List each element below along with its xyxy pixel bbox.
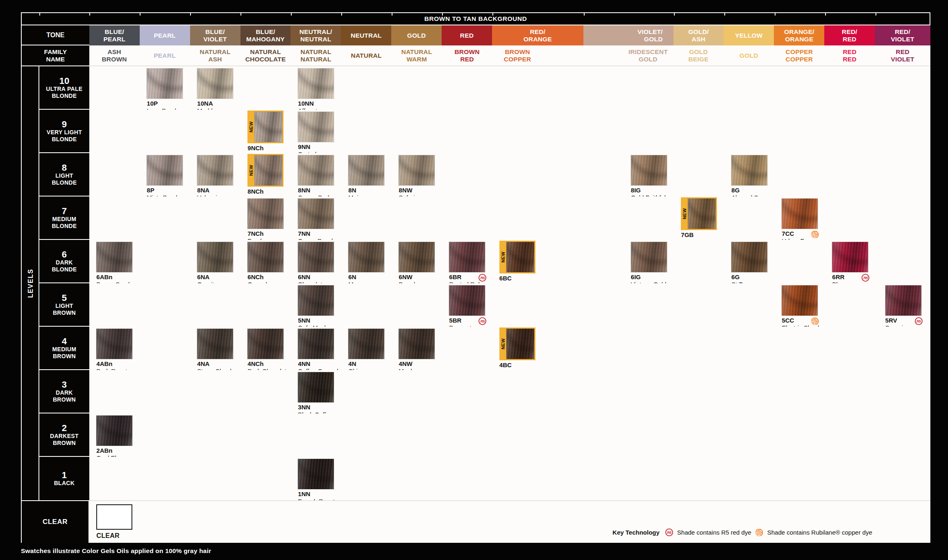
column-boundary-tick <box>775 13 776 16</box>
level-row-1: 1BLACK1NNFrench Roast <box>22 457 930 500</box>
level-number: 4 <box>62 336 67 346</box>
new-badge: NEW <box>681 197 688 230</box>
swatch-chip <box>631 155 667 185</box>
swatch-cell-6N: 6NMoroccan Sand <box>341 240 392 283</box>
rubilane-copper-dye-icon <box>755 528 763 536</box>
tone-header-blue_pearl: BLUE/ PEARL <box>89 25 140 45</box>
r5-dye-icon: R5 <box>915 317 923 325</box>
swatch-4NW: 4NWMaple <box>399 327 435 370</box>
swatch-code: 6ABn <box>96 274 132 281</box>
swatch-code: 5NN <box>298 317 334 324</box>
tone-header-red: RED <box>442 25 492 45</box>
swatch-chip <box>449 242 485 272</box>
level-number: 5 <box>62 293 67 303</box>
column-boundary-tick <box>240 13 241 16</box>
swatch-8NA: 8NAVolcanic <box>197 153 233 196</box>
swatch-7GB: NEW7GBButterscotch <box>681 196 717 240</box>
level-9-swatches: NEW9NChChocolate Milk9NNCortado <box>89 110 930 153</box>
level-label-6: 6DARK BLONDE <box>39 240 89 283</box>
swatch-code: 10NN <box>298 100 334 107</box>
levels-strip <box>22 196 39 240</box>
swatch-2ABn: 2ABnCool Ebony <box>96 413 132 457</box>
swatch-code: 8P <box>147 187 183 194</box>
swatch-4ABn: 4ABnDark Roast <box>96 327 132 370</box>
swatch-chip <box>147 155 183 185</box>
level-name: DARK BROWN <box>45 389 84 403</box>
swatch-code: 8IG <box>631 187 667 194</box>
swatch-cell-10P: 10PIvory Pearl <box>140 66 190 110</box>
clear-swatch-cell: CLEAR <box>89 501 140 544</box>
swatch-code: 8NN <box>298 187 334 194</box>
swatch-cell-10NN: 10NNAffogato <box>291 66 341 110</box>
swatch-cell-7NN: 7NNCocoa Powder <box>291 196 341 240</box>
column-boundary-tick <box>674 13 675 16</box>
shade-chart-table: BROWN TO TAN BACKGROUND TONE BLUE/ PEARL… <box>21 12 930 543</box>
new-badge-frame: NEW <box>247 154 283 187</box>
swatch-8P: 8PMisty Pearl <box>147 153 183 196</box>
swatch-code: 6NW <box>399 274 435 281</box>
swatch-CLEAR: CLEAR <box>96 501 132 544</box>
swatch-chip <box>506 242 534 272</box>
swatch-cell-5NN: 5NNCafe Mocha <box>291 283 341 327</box>
swatch-code: 6G <box>731 274 767 281</box>
swatch-cell-6ABn: 6ABnBrown Smoke <box>89 240 140 283</box>
swatch-7CC: 7CCUrban Fever <box>782 196 818 240</box>
swatch-code: 6NCh <box>247 274 283 281</box>
swatch-code: 4N <box>348 361 384 368</box>
swatch-1NN: 1NNFrench Roast <box>298 457 334 500</box>
level-number: 1 <box>62 470 67 480</box>
level-row-6: 6DARK BLONDE6ABnBrown Smoke6NAGranite6NC… <box>22 240 930 283</box>
level-row-5: 5LIGHT BROWN5NNCafe Mocha5BRR5Brownstone… <box>22 283 930 327</box>
swatch-7NCh: 7NChFondue <box>247 196 283 240</box>
swatch-chip <box>631 242 667 272</box>
swatch-code: 9NN <box>298 144 334 151</box>
column-boundary-tick <box>392 13 392 16</box>
level-row-10: 10ULTRA PALE BLONDE10PIvory Pearl10NAMar… <box>22 66 930 110</box>
tone-header-pearl: PEARL <box>140 25 190 45</box>
family-name-red_red: RED RED <box>824 45 875 65</box>
swatch-7NN: 7NNCocoa Powder <box>298 196 334 240</box>
tone-header-yellow: YELLOW <box>723 25 774 45</box>
family-name-violet_gold: IRIDESCENT GOLD <box>583 45 673 65</box>
swatch-chip <box>348 242 384 272</box>
swatch-code: 7NN <box>298 230 334 237</box>
swatch-chip <box>247 242 283 272</box>
swatch-code: 10P <box>147 100 183 107</box>
level-1-swatches: 1NNFrench Roast <box>89 457 930 500</box>
family-name-neutral: NATURAL <box>341 45 392 65</box>
swatch-cell-5BR: 5BRR5Brownstone <box>442 283 492 327</box>
tone-header-neutral_neutral: NEUTRAL/ NEUTRAL <box>290 25 341 45</box>
level-6-swatches: 6ABnBrown Smoke6NAGranite6NChGanache6NNC… <box>89 240 930 283</box>
level-row-3: 3DARK BROWN3NNBlack Coffee <box>22 370 930 413</box>
column-boundary-tick <box>724 13 725 16</box>
level-number: 10 <box>59 76 69 86</box>
level-row-4: 4MEDIUM BROWN4ABnDark Roast4NAStorm Clou… <box>22 327 930 370</box>
swatch-code: 8G <box>731 187 767 194</box>
swatch-cell-4ABn: 4ABnDark Roast <box>89 327 140 370</box>
level-7-swatches: 7NChFondue7NNCocoa PowderNEW7GBButtersco… <box>89 196 930 240</box>
new-badge-frame: NEW <box>681 197 717 230</box>
swatch-code: 8NW <box>399 187 435 194</box>
tone-header-blue_mahogany: BLUE/ MAHOGANY <box>240 25 291 45</box>
swatch-chip <box>731 155 767 185</box>
swatch-cell-8NA: 8NAVolcanic <box>190 153 240 196</box>
swatch-chip <box>348 155 384 185</box>
swatch-chip <box>96 415 132 446</box>
swatch-cell-8N: 8NMojave <box>341 153 392 196</box>
swatch-9NN: 9NNCortado <box>298 110 334 153</box>
level-number: 2 <box>62 423 67 433</box>
family-name-orange_orange: COPPER COPPER <box>774 45 824 65</box>
swatch-cell-1NN: 1NNFrench Roast <box>291 457 341 500</box>
swatch-cell-10NA: 10NAMarble <box>190 66 240 110</box>
swatch-code: 7GB <box>681 232 717 239</box>
level-name: DARK BLONDE <box>45 259 84 273</box>
swatch-chip <box>399 242 435 272</box>
r5-dye-icon: R5 <box>665 528 673 536</box>
swatch-code: 8NCh <box>247 188 283 195</box>
levels-strip <box>22 66 39 110</box>
swatch-code: 1NN <box>298 491 334 498</box>
swatch-code: 4NW <box>399 361 435 368</box>
new-badge-frame: NEW <box>247 111 283 143</box>
swatch-cell-8NCh: NEW8NChChocolate Soufflé <box>240 153 291 196</box>
background-banner-label: BROWN TO TAN BACKGROUND <box>424 15 527 23</box>
